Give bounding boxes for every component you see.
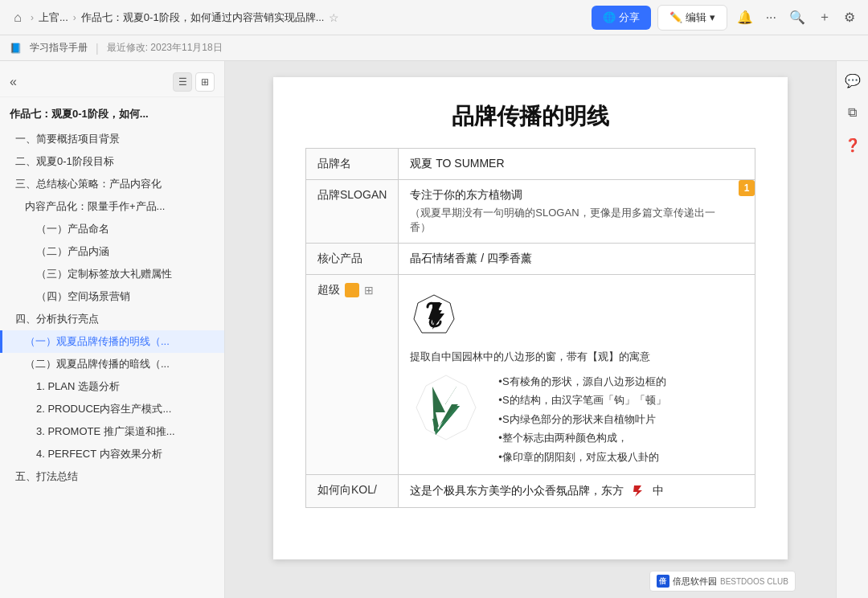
view-toggle: ☰ ⊞	[173, 72, 215, 92]
sidebar-item-5[interactable]: （一）产品命名	[0, 218, 224, 240]
modified-date: 最近修改: 2023年11月18日	[107, 41, 223, 55]
star-icon[interactable]: ☆	[329, 11, 339, 24]
edit-button[interactable]: ✏️ 编辑 ▾	[657, 5, 727, 31]
sidebar-item-11[interactable]: （二）观夏品牌传播的暗线（...	[0, 353, 224, 375]
document-page: 品牌传播的明线 品牌名 观夏 TO SUMMER 品牌SLOGAN 专注于你的东…	[273, 77, 788, 559]
sidebar-item-label: 一、简要概括项目背景	[15, 132, 120, 146]
sidebar-item-12[interactable]: 1. PLAN 选题分析	[0, 375, 224, 398]
settings-icon[interactable]: ⚙	[841, 6, 858, 28]
sidebar-item-label: （一）产品命名	[36, 222, 109, 236]
logo-bullets: •S有棱角的形状，源自八边形边框的 •S的结构，由汉字笔画「钩」「顿」 •S内绿…	[498, 372, 665, 466]
slogan-main-text: 专注于你的东方植物调	[410, 188, 743, 203]
help-button[interactable]: ❓	[841, 133, 864, 156]
core-product-label: 核心产品	[306, 244, 399, 275]
breadcrumb-separator-2: ›	[73, 12, 76, 23]
sidebar-item-14[interactable]: 3. PROMOTE 推广渠道和推...	[0, 420, 224, 443]
bottom-label: 如何向KOL/	[306, 474, 399, 507]
brand-name-label: 品牌名	[306, 149, 399, 180]
logo-description: 提取自中国园林中的八边形的窗，带有【观】的寓意	[410, 350, 743, 364]
table-row-logo: 超级 ⊞	[306, 275, 755, 475]
globe-icon: 🌐	[603, 11, 616, 23]
share-button[interactable]: 🌐 分享	[592, 6, 651, 30]
copy-button[interactable]: ⧉	[841, 101, 864, 124]
bullet-3: •S内绿色部分的形状来自植物叶片	[498, 410, 665, 428]
list-view-button[interactable]: ☰	[173, 72, 192, 92]
slogan-value-cell: 专注于你的东方植物调 （观夏早期没有一句明确的SLOGAN，更像是用多篇文章传递…	[399, 180, 755, 244]
sidebar-item-7[interactable]: （三）定制标签放大礼赠属性	[0, 263, 224, 285]
add-icon[interactable]: ＋	[815, 6, 834, 29]
watermark: 倍 倍思软件园 BESTDOOS CLUB	[649, 571, 796, 592]
sidebar-item-label: （一）观夏品牌传播的明线（...	[25, 334, 170, 349]
sidebar-item-label: （二）观夏品牌传播的暗线（...	[25, 357, 170, 371]
logo-content-cell: 提取自中国园林中的八边形的窗，带有【观】的寓意	[399, 275, 755, 475]
collapse-sidebar-button[interactable]: «	[10, 75, 17, 89]
logo-label-cell: 超级 ⊞	[306, 275, 399, 475]
edit-icon: ✏️	[669, 11, 682, 23]
brand-name-value: 观夏 TO SUMMER	[399, 149, 755, 180]
sidebar-item-label: 2. PRODUCE内容生产模式...	[36, 402, 171, 416]
grid-view-button[interactable]: ⊞	[195, 72, 215, 92]
sidebar-item-15[interactable]: 4. PERFECT 内容效果分析	[0, 443, 224, 465]
notification-icon[interactable]: 🔔	[734, 6, 756, 28]
top-bar-actions: 🌐 分享 ✏️ 编辑 ▾ 🔔 ··· 🔍 ＋ ⚙	[592, 5, 858, 31]
table-row-slogan: 品牌SLOGAN 专注于你的东方植物调 （观夏早期没有一句明确的SLOGAN，更…	[306, 180, 755, 244]
page-title: 品牌传播的明线	[305, 101, 755, 132]
sidebar-item-label: 三、总结核心策略：产品内容化	[15, 177, 162, 191]
sidebar-item-label: 3. PROMOTE 推广渠道和推...	[36, 424, 175, 439]
comment-count-badge[interactable]: 1	[739, 180, 755, 196]
sidebar-item-label: 四、分析执行亮点	[15, 312, 99, 326]
logo-grid-icon: ⊞	[364, 284, 374, 297]
sidebar-header: « ☰ ⊞	[0, 68, 224, 97]
sidebar-item-label: （四）空间场景营销	[36, 289, 130, 304]
more-options-icon[interactable]: ···	[763, 7, 780, 28]
super-label: 超级	[317, 283, 340, 297]
breadcrumb-item-1[interactable]: 上官...	[39, 10, 68, 25]
sidebar-doc-title: 作品七：观夏0-1阶段，如何...	[0, 100, 224, 128]
guide-doc-icon: 📘	[10, 43, 22, 54]
sidebar-item-label: 二、观夏0-1阶段目标	[15, 154, 114, 169]
slogan-label: 品牌SLOGAN	[306, 180, 399, 244]
bullet-1: •S有棱角的形状，源自八边形边框的	[498, 372, 665, 391]
logo-desc-row: •S有棱角的形状，源自八边形边框的 •S的结构，由汉字笔画「钩」「顿」 •S内绿…	[410, 372, 743, 466]
sidebar-item-13[interactable]: 2. PRODUCE内容生产模式...	[0, 398, 224, 420]
search-icon[interactable]: 🔍	[786, 6, 809, 28]
comment-panel-button[interactable]: 💬	[841, 69, 864, 92]
sidebar-item-1[interactable]: 一、简要概括项目背景	[0, 128, 224, 150]
right-panel: 💬 ⧉ ❓	[836, 61, 868, 598]
slogan-note: （观夏早期没有一句明确的SLOGAN，更像是用多篇文章传递出一香）	[410, 206, 743, 235]
bullet-5: •像印章的阴阳刻，对应太极八卦的	[498, 448, 665, 466]
sidebar-item-label: 内容产品化：限量手作+产品...	[25, 199, 165, 214]
sidebar-item-label: 五、打法总结	[15, 469, 78, 484]
table-row-bottom: 如何向KOL/ 这是个极具东方美学的小众香氛品牌，东方 中	[306, 474, 755, 507]
sidebar-item-8[interactable]: （四）空间场景营销	[0, 285, 224, 308]
sidebar-item-2[interactable]: 二、观夏0-1阶段目标	[0, 150, 224, 173]
breadcrumb-item-2[interactable]: 作品七：观夏0-1阶段，如何通过内容营销实现品牌...	[81, 10, 325, 25]
chevron-down-icon: ▾	[710, 11, 715, 23]
green-logo-svg	[410, 372, 482, 444]
watermark-logo: 倍	[657, 575, 669, 588]
watermark-domain: BESTDOOS CLUB	[720, 577, 788, 586]
guide-label[interactable]: 学习指导手册	[30, 41, 88, 55]
content-area: 品牌传播的明线 品牌名 观夏 TO SUMMER 品牌SLOGAN 专注于你的东…	[225, 61, 836, 598]
sidebar-item-10[interactable]: （一）观夏品牌传播的明线（...	[0, 330, 224, 353]
brand-table: 品牌名 观夏 TO SUMMER 品牌SLOGAN 专注于你的东方植物调 （观夏…	[305, 148, 755, 508]
sidebar-item-label: 4. PERFECT 内容效果分析	[36, 447, 162, 461]
sidebar-item-16[interactable]: 五、打法总结	[0, 465, 224, 488]
bottom-value: 这是个极具东方美学的小众香氛品牌，东方 中	[399, 474, 755, 507]
home-icon[interactable]: ⌂	[10, 10, 26, 26]
second-bar: 📘 学习指导手册 | 最近修改: 2023年11月18日	[0, 35, 868, 61]
bullet-2: •S的结构，由汉字笔画「钩」「顿」	[498, 391, 665, 409]
watermark-name: 倍思软件园	[673, 575, 717, 588]
breadcrumb-separator-1: ›	[31, 12, 34, 23]
logo-orange-icon	[345, 283, 359, 297]
sidebar-item-4[interactable]: 内容产品化：限量手作+产品...	[0, 195, 224, 218]
sidebar-item-6[interactable]: （二）产品内涵	[0, 240, 224, 263]
sidebar-item-label: 1. PLAN 选题分析	[36, 379, 120, 394]
bottom-text: 这是个极具东方美学的小众香氛品牌，东方	[410, 484, 624, 497]
sidebar-item-3[interactable]: 三、总结核心策略：产品内容化	[0, 173, 224, 195]
sidebar-item-9[interactable]: 四、分析执行亮点	[0, 308, 224, 330]
red-s-icon	[630, 483, 646, 499]
main-layout: « ☰ ⊞ 作品七：观夏0-1阶段，如何... 一、简要概括项目背景 二、观夏0…	[0, 61, 868, 598]
logo-label-area: 超级 ⊞	[317, 283, 387, 297]
sidebar-item-label: （二）产品内涵	[36, 244, 109, 259]
